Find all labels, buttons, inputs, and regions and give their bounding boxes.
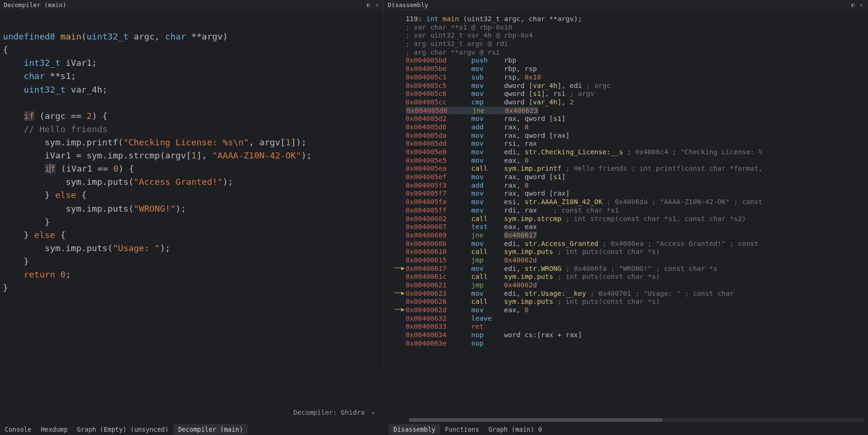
tab-functions[interactable]: Functions xyxy=(440,424,484,435)
tab-hexdump[interactable]: Hexdump xyxy=(36,424,72,435)
disassembly-title: Disassembly xyxy=(388,1,428,8)
decompiler-engine-selector[interactable]: Decompiler: Ghidra ▾ xyxy=(0,409,384,416)
disassembly-panel: Disassembly ◧ ✕ 119: int main (uint32_t … xyxy=(384,0,868,369)
disassembly-panel-header: Disassembly ◧ ✕ xyxy=(384,0,868,10)
left-tabbar: ConsoleHexdumpGraph (Empty) (unsynced)De… xyxy=(0,424,248,435)
chevron-down-icon: ▾ xyxy=(371,410,375,416)
popout-icon[interactable]: ◧ xyxy=(366,2,371,8)
tab-console[interactable]: Console xyxy=(0,424,36,435)
right-tabbar: DisassemblyFunctionsGraph (main) 0 xyxy=(389,424,547,435)
tab-graph-main-0[interactable]: Graph (main) 0 xyxy=(484,424,547,435)
decompiler-panel: Decompiler (main) ◧ ✕ undefined8 main(ui… xyxy=(0,0,384,369)
tab-disassembly[interactable]: Disassembly xyxy=(389,424,440,435)
decompiler-code[interactable]: undefined8 main(uint32_t argc, char **ar… xyxy=(0,10,383,369)
popout-icon[interactable]: ◧ xyxy=(850,2,856,8)
decompiler-title: Decompiler (main) xyxy=(4,1,66,8)
tab-graph-empty-unsynced-[interactable]: Graph (Empty) (unsynced) xyxy=(72,424,173,435)
decompiler-panel-header: Decompiler (main) ◧ ✕ xyxy=(0,0,383,10)
scrollbar-thumb[interactable] xyxy=(409,418,663,422)
disassembly-listing[interactable]: 119: int main (uint32_t argc, char **arg… xyxy=(384,10,868,369)
close-icon[interactable]: ✕ xyxy=(374,2,380,8)
close-icon[interactable]: ✕ xyxy=(859,2,864,8)
tab-decompiler-main-[interactable]: Decompiler (main) xyxy=(173,424,248,435)
horizontal-scrollbar[interactable] xyxy=(409,418,864,422)
